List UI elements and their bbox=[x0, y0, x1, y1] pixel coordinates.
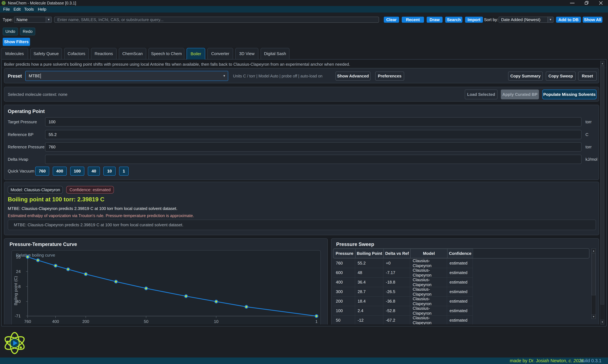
column-header-confidence[interactable]: Confidence bbox=[447, 249, 473, 258]
show-advanced-button[interactable]: Show Advanced bbox=[336, 72, 370, 81]
boiler-tab-panel: Boiler predicts how a pure solvent's boi… bbox=[1, 59, 607, 326]
tab-boiler[interactable]: Boiler bbox=[187, 48, 205, 60]
table-cell[interactable]: Clausius-Clapeyron bbox=[410, 316, 447, 325]
copy-summary-button[interactable]: Copy Summary bbox=[508, 72, 543, 81]
quick-vacuum-100[interactable]: 100 bbox=[70, 167, 84, 176]
table-cell[interactable]: Clausius-Clapeyron bbox=[410, 306, 447, 316]
table-cell[interactable]: 50 bbox=[333, 316, 355, 325]
table-cell[interactable]: -52.8 bbox=[383, 306, 410, 316]
column-header-pressure[interactable]: Pressure bbox=[334, 249, 355, 258]
table-cell[interactable]: Clausius-Clapeyron bbox=[410, 277, 447, 287]
tab-reactions[interactable]: Reactions bbox=[91, 48, 117, 59]
search-input[interactable]: Enter name, SMILES, InChI, CAS, or subst… bbox=[54, 17, 379, 23]
table-cell[interactable]: -18.8 bbox=[383, 277, 410, 287]
show-filters-button[interactable]: Show Filters bbox=[3, 38, 30, 46]
table-cell[interactable]: 100 bbox=[333, 306, 355, 316]
scroll-up-arrow[interactable]: ▲ bbox=[601, 61, 604, 66]
table-cell[interactable]: Clausius-Clapeyron bbox=[410, 259, 447, 268]
table-cell[interactable]: estimated bbox=[447, 277, 473, 287]
table-cell[interactable]: 2.4 bbox=[355, 306, 383, 316]
menu-file[interactable]: File bbox=[3, 6, 10, 13]
populate-missing-solvents-button[interactable]: Populate Missing Solvents bbox=[542, 90, 596, 99]
main-scrollbar[interactable]: ▲ ▼ bbox=[600, 61, 604, 325]
menu-tools[interactable]: Tools bbox=[24, 6, 34, 13]
table-cell[interactable]: estimated bbox=[447, 297, 473, 306]
preferences-button[interactable]: Preferences bbox=[375, 72, 404, 81]
tab-3d-view[interactable]: 3D View bbox=[235, 48, 258, 59]
table-cell[interactable]: Clausius-Clapeyron bbox=[410, 297, 447, 306]
table-cell[interactable]: 48 bbox=[355, 268, 383, 277]
tab-digital-sash[interactable]: Digital Sash bbox=[261, 48, 289, 59]
table-cell[interactable]: estimated bbox=[447, 268, 473, 277]
quick-vacuum-760[interactable]: 760 bbox=[35, 167, 49, 176]
minimize-button[interactable] bbox=[565, 0, 580, 6]
column-header-delta-vs-ref[interactable]: Delta vs Ref bbox=[384, 249, 410, 258]
show-all-button[interactable]: Show All bbox=[583, 17, 602, 23]
apply-curated-bp-button[interactable]: Apply Curated BP bbox=[501, 90, 539, 99]
table-cell[interactable]: Clausius-Clapeyron bbox=[410, 268, 447, 277]
tab-safety-queue[interactable]: Safety Queue bbox=[30, 48, 62, 59]
type-select[interactable]: Name ▼ bbox=[14, 17, 52, 23]
table-cell[interactable]: 300 bbox=[333, 287, 355, 297]
table-cell[interactable]: 200 bbox=[333, 297, 355, 306]
tab-cofactors[interactable]: Cofactors bbox=[64, 48, 89, 59]
table-cell[interactable]: -36.8 bbox=[383, 297, 410, 306]
clear-button[interactable]: Clear bbox=[384, 17, 399, 23]
target-pressure-input[interactable]: 100 bbox=[45, 117, 581, 127]
reset-button[interactable]: Reset bbox=[578, 72, 597, 81]
table-cell[interactable]: -67.2 bbox=[383, 316, 410, 325]
table-header: PressureBoiling PointDelta vs RefModelCo… bbox=[333, 248, 589, 259]
table-cell[interactable]: 600 bbox=[333, 268, 355, 277]
load-selected-button[interactable]: Load Selected bbox=[465, 90, 498, 99]
draw-button[interactable]: Draw bbox=[427, 17, 443, 23]
scroll-down-arrow[interactable]: ▼ bbox=[601, 320, 604, 324]
preset-combobox[interactable]: MTBE ▼ bbox=[25, 71, 228, 81]
table-cell[interactable]: 55.2 bbox=[355, 259, 383, 268]
table-cell[interactable]: estimated bbox=[447, 306, 473, 316]
restore-button[interactable] bbox=[580, 0, 594, 6]
search-button[interactable]: Search bbox=[445, 17, 462, 23]
redo-button[interactable]: Redo bbox=[20, 28, 35, 35]
table-cell[interactable]: 36.4 bbox=[355, 277, 383, 287]
table-cell[interactable]: -26.5 bbox=[383, 287, 410, 297]
table-cell[interactable]: -12 bbox=[355, 316, 383, 325]
tab-converter[interactable]: Converter bbox=[207, 48, 233, 59]
reference-pressure-input[interactable]: 760 bbox=[45, 142, 581, 152]
add-to-db-button[interactable]: Add to DB bbox=[556, 17, 581, 23]
sort-select[interactable]: Date Added (Newest) ▼ bbox=[499, 17, 554, 23]
scroll-up-arrow[interactable]: ▲ bbox=[592, 248, 596, 253]
table-cell[interactable]: Clausius-Clapeyron bbox=[410, 287, 447, 297]
table-cell[interactable]: estimated bbox=[447, 259, 473, 268]
undo-button[interactable]: Undo bbox=[3, 28, 18, 35]
table-cell[interactable]: 28.7 bbox=[355, 287, 383, 297]
copy-sweep-button[interactable]: Copy Sweep bbox=[546, 72, 576, 81]
table-cell[interactable]: estimated bbox=[447, 316, 473, 325]
quick-vacuum-10[interactable]: 10 bbox=[103, 167, 116, 176]
table-scrollbar[interactable]: ▲ ▼ bbox=[592, 248, 596, 319]
table-cell[interactable]: 18.4 bbox=[355, 297, 383, 306]
close-button[interactable] bbox=[594, 0, 608, 6]
table-cell[interactable]: 400 bbox=[333, 277, 355, 287]
column-header-boiling-point[interactable]: Boiling Point bbox=[355, 249, 384, 258]
scroll-down-arrow[interactable]: ▼ bbox=[592, 314, 596, 319]
delta-hvap-input[interactable] bbox=[45, 155, 581, 164]
tab-molecules[interactable]: Molecules bbox=[1, 48, 28, 59]
table-scrollbar-thumb[interactable] bbox=[592, 253, 596, 295]
tab-speech-to-chem[interactable]: Speech to Chem bbox=[149, 48, 184, 59]
confidence-badge: Confidence: estimated bbox=[66, 186, 114, 194]
table-cell[interactable]: estimated bbox=[447, 287, 473, 297]
reference-bp-input[interactable]: 55.2 bbox=[45, 130, 581, 139]
quick-vacuum-40[interactable]: 40 bbox=[88, 167, 100, 176]
tab-chemscan[interactable]: ChemScan bbox=[119, 48, 146, 59]
menu-edit[interactable]: Edit bbox=[14, 6, 21, 13]
main-scrollbar-thumb[interactable] bbox=[601, 66, 604, 304]
quick-vacuum-400[interactable]: 400 bbox=[53, 167, 67, 176]
import-button[interactable]: Import bbox=[465, 17, 483, 23]
table-cell[interactable]: -7.17 bbox=[383, 268, 410, 277]
recent-button[interactable]: Recent bbox=[402, 17, 424, 23]
table-cell[interactable]: +0 bbox=[383, 259, 410, 268]
table-cell[interactable]: 760 bbox=[333, 259, 355, 268]
menu-help[interactable]: Help bbox=[38, 6, 46, 13]
column-header-model[interactable]: Model bbox=[410, 249, 447, 258]
quick-vacuum-1[interactable]: 1 bbox=[119, 167, 129, 176]
